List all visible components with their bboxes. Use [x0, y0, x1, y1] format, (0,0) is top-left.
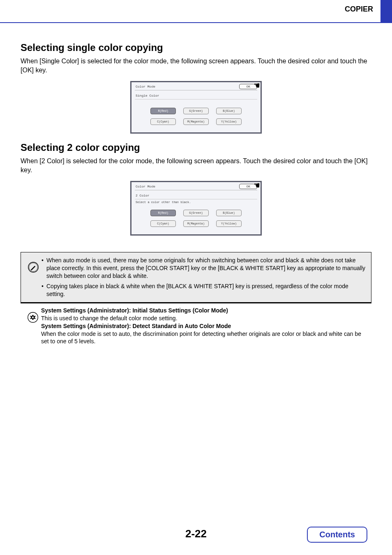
admin-block: System Settings (Administrator): Initial… — [21, 303, 371, 349]
panel2-btn-yellow[interactable]: Y(Yellow) — [216, 220, 242, 227]
panel2-btn-magenta[interactable]: M(Magenta) — [183, 220, 209, 227]
admin-line1-bold: System Settings (Administrator): Initial… — [41, 307, 367, 314]
section2-paragraph: When [2 Color] is selected for the color… — [21, 157, 371, 174]
section2-heading: Selecting 2 color copying — [21, 142, 371, 153]
note-item-1: When auto mode is used, there may be som… — [42, 257, 367, 280]
panel1-btn-cyan[interactable]: C(Cyan) — [150, 118, 176, 125]
panel2-instruction: Select a color other than black. — [135, 199, 257, 208]
panel2-btn-green[interactable]: G(Green) — [183, 210, 209, 216]
admin-line1-text: This is used to change the default color… — [41, 314, 367, 322]
panel1-btn-yellow[interactable]: Y(Yellow) — [216, 118, 242, 125]
svg-point-3 — [32, 317, 34, 318]
contents-button[interactable]: Contents — [307, 527, 367, 543]
header-strip — [380, 0, 392, 23]
panel2-ok-button[interactable]: OK — [239, 184, 257, 189]
panel1-ok-button[interactable]: OK — [239, 84, 257, 89]
panel2-btn-red[interactable]: R(Red) — [150, 210, 176, 216]
pencil-icon — [28, 261, 39, 273]
panel1-btn-magenta[interactable]: M(Magenta) — [183, 118, 209, 125]
admin-line2-text: When the color mode is set to auto, the … — [41, 330, 367, 346]
panel-single-color: Color Mode OK ☚ Single Color R(Red) G(Gr… — [130, 81, 262, 134]
section1-heading: Selecting single color copying — [21, 42, 371, 53]
note-item-2: Copying takes place in black & white whe… — [42, 282, 367, 298]
section1-paragraph: When [Single Color] is selected for the … — [21, 57, 371, 74]
panel1-btn-blue[interactable]: B(Blue) — [216, 108, 242, 114]
panel-two-color: Color Mode OK ☚ 2 Color Select a color o… — [130, 181, 262, 236]
panel1-title: Color Mode — [136, 85, 155, 88]
header-category: COPIER — [0, 0, 380, 23]
panel2-subtitle: 2 Color — [135, 192, 257, 199]
note-block: When auto mode is used, there may be som… — [21, 252, 371, 302]
panel1-btn-green[interactable]: G(Green) — [183, 108, 209, 114]
panel2-title: Color Mode — [136, 185, 155, 188]
panel2-btn-cyan[interactable]: C(Cyan) — [150, 220, 176, 227]
panel1-subtitle: Single Color — [135, 92, 257, 99]
panel1-btn-red[interactable]: R(Red) — [150, 108, 176, 114]
panel2-btn-blue[interactable]: B(Blue) — [216, 210, 242, 216]
admin-line2-bold: System Settings (Administrator): Detect … — [41, 322, 367, 330]
gear-icon — [27, 312, 39, 323]
